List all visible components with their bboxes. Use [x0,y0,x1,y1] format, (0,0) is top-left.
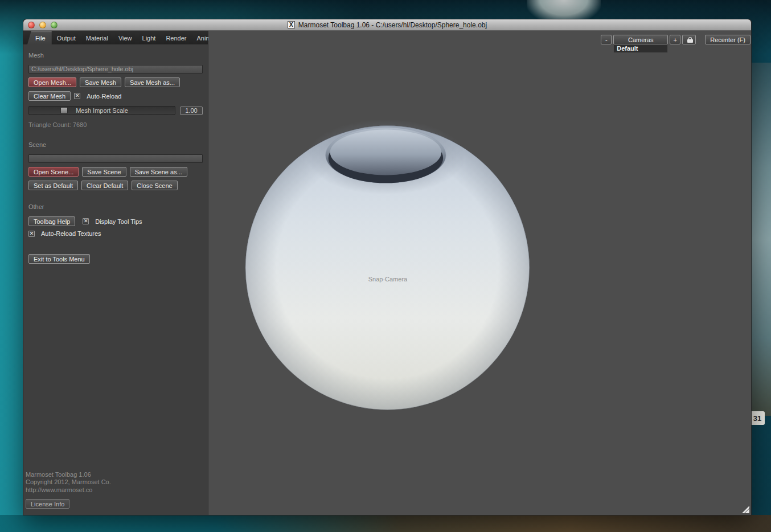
checkbox-x-icon: ✕ [75,93,80,99]
open-mesh-button[interactable]: Open Mesh... [28,77,76,87]
camera-lock-button[interactable] [682,35,696,44]
panel-tab-bar: File Output Material View Light Render A… [23,31,208,44]
clear-mesh-button[interactable]: Clear Mesh [28,91,71,101]
checkbox-x-icon: ✕ [84,219,88,224]
cameras-dropdown[interactable]: Cameras [613,35,668,44]
clear-default-button[interactable]: Clear Default [81,181,128,190]
sphere-render [208,31,751,515]
exit-to-tools-menu-button[interactable]: Exit to Tools Menu [28,254,90,264]
save-mesh-as-button[interactable]: Save Mesh as... [125,77,180,87]
cameras-panel: - Cameras Default + Recenter (F) [601,35,751,44]
recenter-button[interactable]: Recenter (F) [705,35,751,44]
exit-row: Exit to Tools Menu [28,254,203,264]
save-scene-as-button[interactable]: Save Scene as... [130,167,187,177]
close-scene-button[interactable]: Close Scene [132,181,177,190]
about-app-version: Marmoset Toolbag 1.06 [26,471,111,479]
remove-camera-button[interactable]: - [601,35,612,44]
mesh-import-scale-label: Mesh Import Scale [29,107,175,114]
camera-name-label: Snap-Camera [368,276,407,283]
zoom-window-button[interactable] [51,22,58,28]
auto-reload-checkbox[interactable]: ✕ [74,93,80,99]
auto-reload-textures-checkbox[interactable]: ✕ [28,231,35,237]
file-panel: File Output Material View Light Render A… [23,31,208,515]
tab-file[interactable]: File [27,31,52,44]
mesh-section-label: Mesh [28,52,203,59]
about-block: Marmoset Toolbag 1.06 Copyright 2012, Ma… [26,471,111,509]
camera-item-default[interactable]: Default [613,44,668,53]
other-section-label: Other [28,203,203,210]
add-camera-button[interactable]: + [670,35,680,44]
mesh-import-scale-row: Mesh Import Scale 1.00 [28,106,203,115]
scene-path-field[interactable] [28,154,203,163]
tab-view[interactable]: View [113,31,137,44]
viewport-3d[interactable]: Snap-Camera - Cameras Default + Recenter… [208,31,751,515]
save-scene-button[interactable]: Save Scene [82,167,126,177]
mesh-import-scale-slider[interactable]: Mesh Import Scale [28,106,175,115]
clear-mesh-row: Clear Mesh ✕ Auto-Reload [28,91,203,101]
title-bar[interactable]: X Marmoset Toolbag 1.06 - C:/users/hl/De… [23,19,751,31]
tab-output[interactable]: Output [52,31,81,44]
display-tooltips-label: Display Tool Tips [95,218,142,225]
close-window-button[interactable] [28,22,35,28]
help-row: Toolbag Help ✕ Display Tool Tips [28,216,203,226]
wallpaper-truck-side [752,63,771,416]
scene-buttons-row-1: Open Scene... Save Scene Save Scene as..… [28,167,203,177]
triangle-count-label: Triangle Count: 7680 [28,121,203,128]
auto-reload-label: Auto-Reload [87,93,121,100]
x11-app-icon: X [288,21,295,28]
camera-list: Cameras Default [613,35,668,44]
auto-reload-textures-label: Auto-Reload Textures [41,230,101,237]
about-url: http://www.marmoset.co [26,486,111,494]
window-title-group: X Marmoset Toolbag 1.06 - C:/users/hl/De… [288,21,487,29]
lock-icon [687,37,691,43]
open-scene-button[interactable]: Open Scene... [28,167,79,177]
checkbox-x-icon: ✕ [30,231,34,236]
scene-buttons-row-2: Set as Default Clear Default Close Scene [28,181,203,190]
scene-section-label: Scene [28,141,203,148]
minimize-window-button[interactable] [39,22,46,28]
mesh-import-scale-value[interactable]: 1.00 [180,107,203,115]
set-as-default-button[interactable]: Set as Default [28,181,78,190]
tab-material[interactable]: Material [81,31,113,44]
auto-reload-textures-row: ✕ Auto-Reload Textures [28,230,203,237]
about-copyright: Copyright 2012, Marmoset Co. [26,478,111,486]
wallpaper-ground [0,515,771,532]
tab-render[interactable]: Render [161,31,191,44]
license-info-button[interactable]: License Info [26,499,69,509]
slider-handle[interactable] [60,107,68,114]
save-mesh-button[interactable]: Save Mesh [80,77,121,87]
window-controls [28,22,58,28]
window-title: Marmoset Toolbag 1.06 - C:/users/hl/Desk… [298,21,487,29]
mesh-path-field[interactable]: C:/users/hl/Desktop/Sphere_hole.obj [28,65,203,73]
tab-light[interactable]: Light [137,31,161,44]
toolbag-help-button[interactable]: Toolbag Help [28,216,75,226]
display-tooltips-checkbox[interactable]: ✕ [83,218,89,224]
wallpaper-plate: 31 [750,411,765,425]
app-window: X Marmoset Toolbag 1.06 - C:/users/hl/De… [23,19,752,515]
mesh-buttons-row: Open Mesh... Save Mesh Save Mesh as... [28,77,203,87]
file-panel-content: Mesh C:/users/hl/Desktop/Sphere_hole.obj… [23,44,208,264]
